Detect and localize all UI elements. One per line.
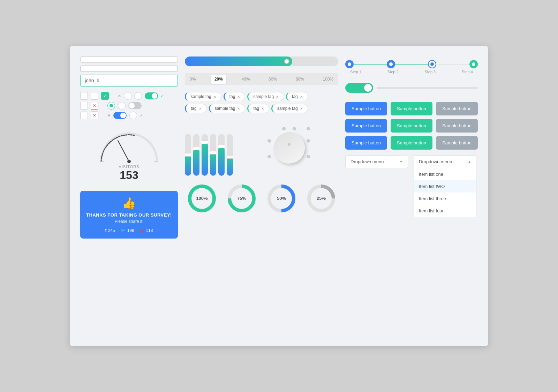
svg-point-1 [127,160,131,163]
tag-3[interactable]: tag ✕ [185,104,207,113]
checkbox-unchecked-3[interactable] [80,102,88,110]
btn-blue-3[interactable]: Sample button [345,136,387,150]
googleplus-count: 113 [146,228,153,233]
checkbox-unchecked-1[interactable] [80,92,88,100]
pct-100[interactable]: 100% [319,75,337,84]
btn-gray-3[interactable]: Sample button [436,136,478,150]
tag-close-5[interactable]: ✕ [199,107,202,111]
tag-close-6[interactable]: ✕ [237,107,240,111]
tags-row-2: tag ✕ sample tag ✕ tag ✕ sample tag ✕ [185,104,338,113]
chevron-down-icon: ▼ [399,160,403,164]
btn-green-3[interactable]: Sample button [391,136,432,150]
twitter-icon: 🐦 [121,228,126,233]
tag-close-1[interactable]: ✕ [213,95,216,99]
toggle-off-1[interactable] [128,102,142,109]
step-label-3: Step 3 [420,70,440,74]
btn-blue-2[interactable]: Sample button [345,119,387,133]
social-row: f 245 🐦 198 g+ 113 [86,228,172,233]
step-line-1-2 [354,64,387,65]
btn-green-2[interactable]: Sample button [391,119,432,133]
steps-labels: Step 1 Step 2 Step 3 Step 4 [345,70,478,74]
svg-line-0 [118,141,129,161]
visitors-count: 153 [120,169,138,182]
pct-40[interactable]: 40% [238,75,254,84]
tag-close-7[interactable]: ✕ [261,107,264,111]
tag-close-2[interactable]: ✕ [237,95,240,99]
svg-text:75%: 75% [237,196,246,201]
progress-bar[interactable] [185,56,338,66]
googleplus-share[interactable]: g+ 113 [140,228,153,233]
twitter-share[interactable]: 🐦 198 [121,228,134,233]
input-group: john_d [80,56,178,86]
tag-2[interactable]: tag ✕ [286,92,308,101]
gauge-section: VISITORS 153 [80,125,178,185]
step-label-1: Step 1 [345,70,366,74]
btn-green-1[interactable]: Sample button [391,102,432,115]
survey-title: THANKS FOR TAKING OUR SURVEY! [86,212,172,218]
pct-0[interactable]: 0% [186,75,199,84]
donuts-row: 100% 75% 50% [185,183,338,214]
input-empty-1[interactable] [80,56,178,63]
radio-checked-1[interactable] [107,102,115,110]
tag-1[interactable]: tag ✕ [224,92,246,101]
checkbox-unchecked-2[interactable] [91,92,98,100]
eq-bar-1[interactable] [185,127,191,176]
dropdown-open-header[interactable]: Dropdown menu ▲ [414,156,476,168]
tag-close-3[interactable]: ✕ [276,95,279,99]
tag-close-8[interactable]: ✕ [300,107,303,111]
dropdown-closed[interactable]: Dropdown menu ▼ [345,155,408,168]
chevron-up-icon: ▲ [468,160,471,164]
dropdown-item-4[interactable]: Item list four [414,205,476,217]
buttons-grid: Sample button Sample button Sample butto… [345,102,478,150]
checkbox-cross-2[interactable]: ✕ [91,112,98,119]
tag-sample-1[interactable]: sample tag ✕ [185,92,221,101]
pct-80[interactable]: 80% [292,75,308,84]
dropdown-item-1[interactable]: Item list one [414,168,476,180]
controls-section: ✓ ✕ ✓ ✕ ✕ ✕ [80,92,178,119]
step-3-dot [430,62,434,66]
twitter-count: 198 [127,228,134,233]
big-toggle-switch[interactable] [345,83,373,93]
tag-close-4[interactable]: ✕ [300,95,303,99]
btn-gray-1[interactable]: Sample button [436,102,478,115]
tag-sample-4[interactable]: sample tag ✕ [271,104,308,113]
controls-row-2: ✕ [80,102,178,110]
toggle-on-2[interactable] [113,112,127,119]
radio-unchecked-4[interactable] [129,112,137,119]
input-empty-2[interactable] [80,66,178,72]
knob-dot-3 [267,139,271,143]
eq-bar-2[interactable] [193,127,199,176]
username-input[interactable]: john_d [80,75,178,86]
step-progress-section: Step 1 Step 2 Step 3 Step 4 [345,56,478,74]
donut-75: 75% [226,183,257,214]
toggle-track-row [345,80,478,96]
eq-bar-5[interactable] [218,127,225,176]
step-3-circle [428,60,436,68]
tag-4[interactable]: tag ✕ [247,104,269,113]
checkbox-unchecked-4[interactable] [80,112,88,119]
step-line-2-3 [395,64,428,65]
checkbox-cross-1[interactable]: ✕ [91,102,98,110]
progress-handle[interactable] [284,59,289,64]
toggle-track [377,87,478,89]
toggle-on-1[interactable] [145,92,158,99]
eq-bar-6[interactable] [227,127,233,176]
eq-bar-3[interactable] [202,127,208,176]
checkbox-checked-1[interactable]: ✓ [101,92,109,100]
btn-gray-2[interactable]: Sample button [436,119,478,133]
radio-unchecked-3[interactable] [118,102,126,110]
controls-row-3: ✕ ✕ ✓ [80,112,178,119]
knob-control[interactable] [273,132,305,164]
knob-dot-2 [293,127,296,130]
radio-unchecked-1[interactable] [124,92,131,100]
btn-blue-1[interactable]: Sample button [345,102,387,115]
pct-20[interactable]: 20% [211,75,226,84]
dropdown-item-3[interactable]: Item list three [414,193,476,205]
facebook-share[interactable]: f 245 [105,228,115,233]
tag-sample-2[interactable]: sample tag ✕ [247,92,284,101]
radio-unchecked-2[interactable] [134,92,142,100]
eq-bar-4[interactable] [210,127,216,176]
tag-sample-3[interactable]: sample tag ✕ [209,104,246,113]
dropdown-item-2[interactable]: Item list tWO [414,180,476,193]
pct-60[interactable]: 60% [265,75,280,84]
